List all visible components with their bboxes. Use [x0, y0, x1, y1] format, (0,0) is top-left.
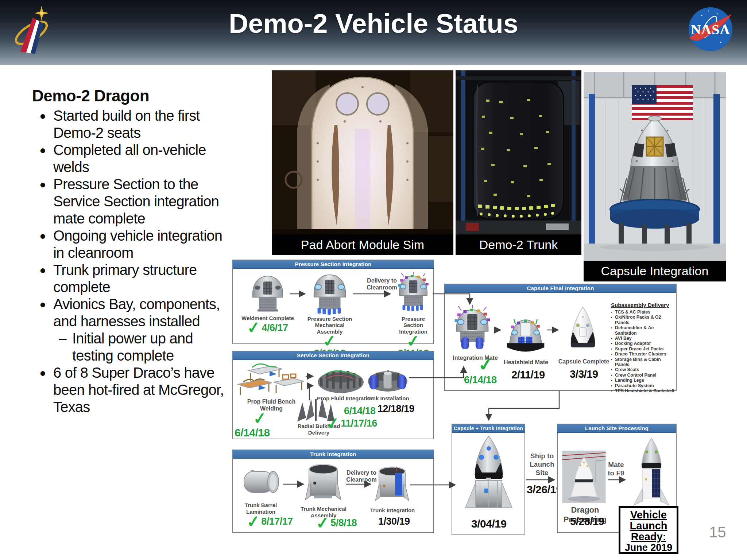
dash-icon: –: [53, 330, 72, 364]
subassembly-item: •TPS Heatshield & Backshell: [611, 388, 676, 393]
trunk-photo-art: [456, 70, 581, 234]
subassembly-item: •TCS & AC Plates: [611, 310, 676, 315]
trunk-int-label: Trunk Integration: [369, 507, 416, 514]
capsule-trunk-title: Capsule + Trunk Integration: [452, 424, 525, 433]
pressure-section-title: Pressure Section Integration: [233, 260, 434, 269]
capsule-trunk-box: Capsule + Trunk Integration 3/04/19: [452, 424, 525, 535]
page-number: 15: [709, 524, 726, 541]
photo-capsule-integration: Capsule Integration: [584, 72, 726, 281]
bullet-item: ● Pressure Section to the Service Sectio…: [32, 176, 231, 227]
subassembly-item: •Draco Thruster Clusters: [611, 351, 676, 357]
photo-caption: Capsule Integration: [584, 261, 726, 281]
bullet-dot-icon: ●: [32, 227, 53, 244]
bullet-dot-icon: ●: [32, 107, 53, 124]
dragon-processing-photo-icon: [561, 451, 607, 503]
pressure-section-box: Pressure Section Integration Weldment Co…: [232, 260, 434, 344]
subassembly-item: •Crew Seats: [611, 367, 676, 372]
photo-pad-abort-module-sim: Pad Abort Module Sim: [272, 70, 453, 255]
subassembly-item: •AVI Bay: [611, 336, 676, 341]
trunk-integration-box: Trunk Integration Trunk Barrel Laminatio…: [232, 450, 434, 533]
bullet-dot-icon: ●: [32, 261, 53, 279]
service-section-title: Service Section Integration: [233, 351, 434, 360]
trunk-mech-art-icon: [305, 462, 341, 505]
heatshield-mate-art-icon: [504, 312, 547, 357]
check-icon: ✓: [246, 320, 262, 335]
capsule-final-box: Capsule Final Integration Integration Ma…: [444, 284, 677, 391]
mate-to-f9-note: Mate to F9: [604, 461, 628, 478]
bullet-item: ● Started build on the first Demo-2 seat…: [32, 107, 231, 141]
milestone-date: 12/18/19: [378, 403, 414, 415]
vehicle-launch-ready-box: Vehicle Launch Ready: June 2019: [619, 506, 678, 554]
weldment-art-icon: [247, 272, 288, 314]
ship-to-launch-note: Ship to Launch Site: [528, 452, 556, 477]
subassembly-item: •Ox/Nitrox Packs & O2 Panels: [611, 315, 676, 325]
panel-heading: Demo-2 Dragon: [32, 87, 231, 105]
check-icon: ✓: [405, 334, 421, 349]
svg-text:NASA: NASA: [691, 22, 730, 37]
photo-demo2-trunk: Demo-2 Trunk: [456, 70, 581, 255]
barrel-label: Trunk Barrel Lamination: [237, 502, 284, 515]
milestone-date: 2/11/19: [511, 369, 545, 381]
check-icon: ✓: [325, 416, 341, 431]
step-pressure-integration: Pressure Section Integration ✓ 6/11/18: [393, 269, 434, 359]
slide-title: Demo-2 Vehicle Status: [0, 8, 747, 39]
status-bullet-panel: Demo-2 Dragon ● Started build on the fir…: [32, 87, 231, 416]
bullet-item: ● Avionics Bay, components, and harnesse…: [32, 296, 231, 330]
check-icon: ✓: [252, 411, 268, 426]
bench-label: Prop Fluid Bench Welding: [244, 398, 299, 412]
milestone-date: 4/6/17: [262, 322, 288, 334]
bullet-item: ● Completed all on-vehicle welds: [32, 141, 231, 176]
check-icon: ✓: [322, 334, 337, 349]
bullet-dot-icon: ●: [32, 296, 53, 313]
milestone-date: 3/04/19: [471, 518, 507, 530]
subassembly-item: •Docking Adaptor: [611, 341, 676, 346]
service-section-box: Service Section Integration: [232, 351, 434, 439]
bullet-item: ● 6 of 8 Super Draco’s have been hot-fir…: [32, 364, 231, 416]
milestone-date: 1/30/19: [378, 516, 410, 527]
trunk-barrel-art-icon: [243, 466, 280, 498]
capsule-final-title: Capsule Final Integration: [445, 284, 676, 293]
pad-abort-photo-art: [272, 70, 453, 234]
subassembly-item: •Parachute System: [611, 383, 676, 388]
milestone-date: 6/14/18: [464, 374, 497, 386]
bullet-dot-icon: ●: [32, 141, 53, 159]
tank-label: Tank Installation: [364, 395, 412, 402]
pressure-integration-art-icon: [394, 269, 432, 315]
step-weldment-complete: Weldment Complete ✓ 4/6/17: [240, 272, 295, 334]
launch-site-title: Launch Site Processing: [557, 424, 676, 433]
milestone-date: 3/3/19: [570, 368, 598, 380]
milestone-date: 6/14/18: [235, 427, 270, 439]
capsule-complete-art-icon: [561, 305, 605, 357]
bullet-item: ● Trunk primary structure complete: [32, 261, 231, 296]
step-pressure-mech-assembly: Pressure Section Mechanical Assembly ✓ 3…: [302, 271, 357, 359]
photo-caption: Pad Abort Module Sim: [272, 234, 453, 255]
mate-to-f9-art-icon: [628, 436, 675, 508]
photo-caption: Demo-2 Trunk: [456, 234, 581, 255]
milestone-date: 5/8/18: [330, 517, 357, 529]
subassembly-title: Subassembly Delivery: [611, 302, 676, 308]
subassembly-item: •Dehumidifier & Air Sanitation: [611, 325, 676, 336]
heatshield-label: Heatshield Mate: [500, 359, 551, 366]
capsule-complete-label: Capsule Complete: [557, 358, 610, 365]
subassembly-item: •Storage Bins & Cabin Panels: [611, 357, 676, 368]
prop-fluid-bench-art-icon: [236, 359, 305, 397]
bullet-dot-icon: ●: [32, 176, 53, 193]
header-banner: Demo-2 Vehicle Status NASA NASA: [0, 0, 747, 65]
trunk-integration-title: Trunk Integration: [233, 450, 434, 459]
check-icon: ✓: [245, 514, 261, 529]
us-flag-icon: [632, 85, 693, 120]
prop-fluid-integration-art-icon: [316, 362, 365, 395]
subassembly-item: •Crew Control Panel: [611, 373, 676, 378]
integration-mate-label: Integration Mate: [448, 354, 503, 361]
capsule-trunk-stack-art-icon: [460, 434, 517, 516]
bullet-item: ● Ongoing vehicle integration in cleanro…: [32, 227, 231, 261]
tank-installation-art-icon: [367, 361, 408, 395]
sub-bullet-item: – Initial power up and testing complete: [53, 330, 231, 364]
pressure-mech-art-icon: [308, 271, 351, 315]
milestone-date: 6/14/18: [344, 405, 376, 417]
milestone-date: 5/28/19: [570, 516, 604, 528]
check-icon: ✓: [477, 356, 495, 373]
bullet-dot-icon: ●: [32, 364, 53, 381]
capsule-photo-art: [584, 72, 726, 261]
check-icon: ✓: [315, 516, 330, 530]
